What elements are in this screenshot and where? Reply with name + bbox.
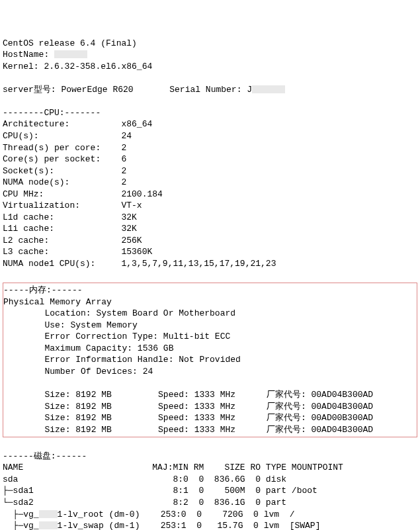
cpu-row: Architecture: x86_64 — [3, 119, 152, 129]
disk-header: NAME MAJ:MIN RM SIZE RO TYPE MOUNTPOINT — [3, 463, 343, 472]
disk-row: ├─vg_xxx1-lv_swap (dm-1) 253:1 0 15.7G 0… — [3, 521, 320, 530]
cpu-row: L1i cache: 32K — [3, 224, 137, 234]
cpu-row: L2 cache: 256K — [3, 236, 142, 245]
mem-title: -----内存:------ — [3, 285, 83, 295]
dimm-row: Size: 8192 MB Speed: 1333 MHz 厂家代号: 00AD… — [44, 413, 373, 423]
mem-array-title: Physical Memory Array — [3, 297, 112, 307]
disk-title: ------磁盘:------ — [3, 451, 87, 461]
cpu-row: Virtualization: VT-x — [3, 200, 142, 210]
cpu-row: L1d cache: 32K — [3, 212, 137, 222]
os-line: CentOS release 6.4 (Final) — [3, 38, 137, 48]
disk-row: ├─sda1 8:1 0 500M 0 part /boot — [3, 486, 317, 496]
cpu-row: NUMA node(s): 2 — [3, 177, 126, 187]
cpu-row: Core(s) per socket: 6 — [3, 154, 126, 164]
cpu-title: --------CPU:------- — [3, 108, 101, 118]
memory-box: -----内存:------ Physical Memory Array Loc… — [3, 283, 417, 437]
disk-row: ├─vg_xxx1-lv_root (dm-0) 253:0 0 720G 0 … — [3, 509, 294, 519]
mem-location: Location: System Board Or Motherboard — [44, 308, 235, 318]
dimm-row: Size: 8192 MB Speed: 1333 MHz 厂家代号: 00AD… — [44, 402, 373, 412]
mem-use: Use: System Memory — [44, 320, 137, 330]
server-model-line: server型号: PowerEdge R620 Serial Number: … — [3, 85, 285, 95]
cpu-row: Socket(s): 2 — [3, 166, 126, 176]
disk-row: └─sda2 8:2 0 836.1G 0 part — [3, 498, 292, 508]
mem-errhandle: Error Information Handle: Not Provided — [44, 355, 240, 365]
mem-ecc: Error Correction Type: Multi-bit ECC — [44, 331, 230, 341]
disk-row: sda 8:0 0 836.6G 0 disk — [3, 474, 292, 484]
dimm-row: Size: 8192 MB Speed: 1333 MHz 厂家代号: 00AD… — [44, 425, 373, 435]
cpu-row: L3 cache: 15360K — [3, 247, 152, 257]
cpu-row: CPU MHz: 2100.184 — [3, 189, 163, 199]
cpu-row: Thread(s) per core: 2 — [3, 143, 126, 153]
hostname-line: HostName: xxx — [3, 50, 87, 60]
terminal-output: CentOS release 6.4 (Final) HostName: xxx… — [3, 38, 417, 530]
cpu-row: CPU(s): 24 — [3, 131, 132, 141]
cpu-row: NUMA node1 CPU(s): 1,3,5,7,9,11,13,15,17… — [3, 259, 276, 269]
kernel-line: Kernel: 2.6.32-358.el6.x86_64 — [3, 62, 152, 71]
dimm-row: Size: 8192 MB Speed: 1333 MHz 厂家代号: 00AD… — [44, 390, 373, 400]
mem-maxcap: Maximum Capacity: 1536 GB — [44, 343, 173, 353]
mem-numdev: Number Of Devices: 24 — [44, 367, 153, 376]
